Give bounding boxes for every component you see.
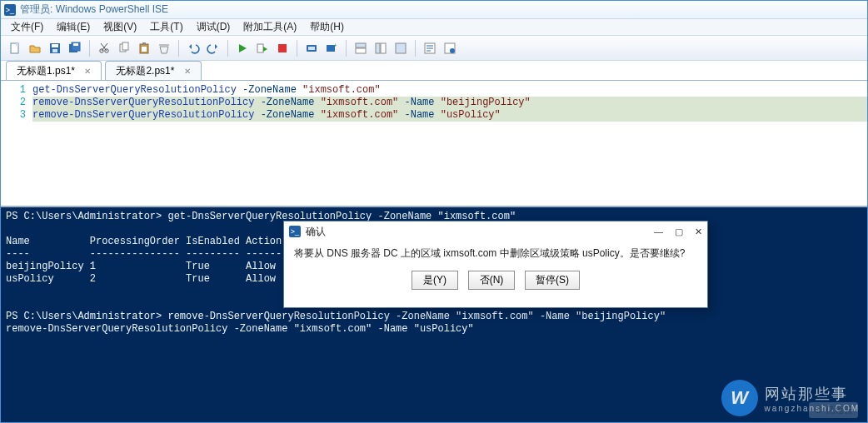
stop-icon[interactable] [273, 39, 292, 57]
layout-max-icon[interactable] [392, 39, 410, 57]
toolbar-separator [178, 40, 179, 57]
tabbar: 无标题1.ps1* ✕ 无标题2.ps1* ✕ [1, 61, 867, 81]
menubar: 文件(F) 编辑(E) 视图(V) 工具(T) 调试(D) 附加工具(A) 帮助… [1, 19, 867, 36]
powershell-icon: >_ [289, 226, 301, 237]
tab-untitled1[interactable]: 无标题1.ps1* ✕ [6, 61, 102, 80]
tab-label: 无标题2.ps1* [116, 65, 174, 77]
close-icon[interactable]: ✕ [184, 67, 191, 76]
new-remote-tab-icon[interactable]: + [322, 39, 341, 57]
maximize-icon[interactable]: ▢ [675, 226, 683, 237]
menu-debug[interactable]: 调试(D) [190, 18, 237, 36]
toolbar-separator [346, 40, 347, 57]
svg-text:+: + [333, 42, 337, 49]
dialog-titlebar: >_ 确认 — ▢ ✕ [284, 221, 707, 241]
ise-window: >_ 管理员: Windows PowerShell ISE 文件(F) 编辑(… [0, 0, 868, 423]
svg-rect-22 [356, 48, 366, 53]
code-area[interactable]: get-DnsServerQueryResolutionPolicy -Zone… [32, 81, 867, 206]
menu-file[interactable]: 文件(F) [4, 18, 50, 36]
save-all-icon[interactable] [66, 39, 84, 57]
svg-rect-1 [16, 43, 18, 46]
svg-rect-7 [73, 43, 78, 46]
menu-addons[interactable]: 附加工具(A) [237, 18, 303, 36]
code-line[interactable]: get-DnsServerQueryResolutionPolicy -Zone… [32, 84, 867, 97]
open-file-icon[interactable] [26, 39, 44, 57]
window-title: 管理员: Windows PowerShell ISE [20, 2, 168, 17]
dialog-message: 将要从 DNS 服务器 DC 上的区域 ixmsoft.com 中删除区域级策略… [284, 241, 707, 264]
watermark-title: 网站那些事 [765, 384, 848, 404]
svg-rect-15 [257, 44, 263, 52]
code-line[interactable]: remove-DnsServerQueryResolutionPolicy -Z… [32, 97, 867, 109]
toolbar: + [1, 36, 867, 61]
watermark-yisu: ⦿ 亿速云 [809, 402, 858, 418]
svg-rect-23 [376, 43, 380, 53]
line-number: 2 [1, 97, 26, 109]
paste-icon[interactable] [135, 39, 153, 57]
line-number: 3 [1, 109, 26, 122]
svg-rect-24 [381, 43, 386, 53]
yes-button[interactable]: 是(Y) [412, 271, 458, 290]
line-number: 1 [1, 84, 26, 97]
logo-circle: W [721, 380, 758, 416]
layout-side-icon[interactable] [372, 39, 390, 57]
titlebar: >_ 管理员: Windows PowerShell ISE [1, 1, 867, 19]
svg-rect-11 [122, 42, 128, 50]
confirm-dialog: >_ 确认 — ▢ ✕ 将要从 DNS 服务器 DC 上的区域 ixmsoft.… [283, 221, 708, 308]
svg-rect-21 [356, 43, 366, 47]
dialog-buttons: 是(Y) 否(N) 暂停(S) [284, 264, 707, 298]
no-button[interactable]: 否(N) [468, 271, 515, 290]
copy-icon[interactable] [115, 39, 133, 57]
run-icon[interactable] [233, 39, 252, 57]
remote-icon[interactable] [302, 39, 321, 57]
toolbar-separator [297, 40, 297, 57]
cut-icon[interactable] [95, 39, 113, 57]
svg-rect-13 [142, 42, 146, 45]
tab-label: 无标题1.ps1* [17, 65, 75, 77]
redo-icon[interactable] [204, 39, 222, 57]
svg-rect-18 [308, 47, 315, 50]
toolbar-separator [227, 40, 228, 57]
svg-rect-3 [52, 44, 58, 47]
close-icon[interactable]: ✕ [695, 226, 702, 237]
menu-edit[interactable]: 编辑(E) [50, 18, 97, 36]
svg-rect-16 [278, 44, 287, 52]
close-icon[interactable]: ✕ [84, 67, 91, 76]
save-icon[interactable] [46, 39, 64, 57]
suspend-button[interactable]: 暂停(S) [525, 271, 580, 290]
svg-rect-14 [142, 47, 147, 52]
new-file-icon[interactable] [6, 39, 24, 57]
console-line: remove-DnsServerQueryResolutionPolicy -Z… [6, 323, 862, 336]
toolbar-separator [415, 40, 416, 57]
svg-rect-4 [52, 49, 57, 52]
code-line[interactable]: remove-DnsServerQueryResolutionPolicy -Z… [32, 109, 867, 122]
line-gutter: 1 2 3 [1, 81, 32, 206]
layout-script-top-icon[interactable] [352, 39, 370, 57]
menu-tools[interactable]: 工具(T) [143, 18, 189, 36]
console-line: PS C:\Users\Administrator> remove-DnsSer… [6, 311, 862, 323]
dialog-title: 确认 [306, 225, 326, 239]
svg-rect-25 [396, 43, 406, 53]
menu-help[interactable]: 帮助(H) [303, 18, 351, 36]
toolbar-separator [89, 40, 90, 57]
undo-icon[interactable] [184, 39, 202, 57]
powershell-icon: >_ [4, 4, 16, 16]
minimize-icon[interactable]: — [654, 226, 663, 237]
show-command-icon[interactable] [421, 39, 439, 57]
tab-untitled2[interactable]: 无标题2.ps1* ✕ [105, 61, 201, 80]
run-selection-icon[interactable] [253, 39, 272, 57]
show-command-addon-icon[interactable] [441, 39, 459, 57]
clear-icon[interactable] [155, 39, 173, 57]
script-editor[interactable]: 1 2 3 get-DnsServerQueryResolutionPolicy… [1, 81, 867, 206]
svg-point-28 [450, 48, 455, 53]
menu-view[interactable]: 视图(V) [97, 18, 143, 36]
